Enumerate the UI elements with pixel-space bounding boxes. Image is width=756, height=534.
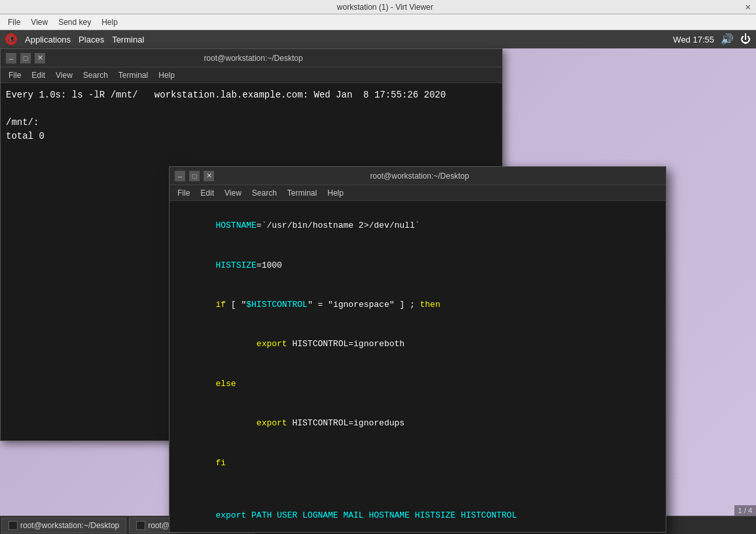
term2-if-hist: if [ "$HISTCONTROL" = "ignorespace" ] ; … <box>175 285 660 325</box>
terminal-window-2: – □ ✕ root@workstation:~/Desktop File Ed… <box>169 166 666 533</box>
term1-view[interactable]: View <box>50 69 78 81</box>
term1-menu-bar: File Edit View Search Terminal Help <box>1 67 502 83</box>
term2-else1: else <box>175 365 660 404</box>
term2-export-hist2: export HISTCONTROL=ignoredups <box>175 404 660 443</box>
menu-view[interactable]: View <box>26 16 53 28</box>
taskbar-label-1: root@workstation:~/Desktop <box>20 521 119 530</box>
menu-send-key[interactable]: Send key <box>53 16 96 28</box>
power-icon[interactable]: ⏻ <box>740 33 751 46</box>
term2-title-bar: – □ ✕ root@workstation:~/Desktop <box>170 167 666 185</box>
terminal-icon-1 <box>9 521 18 530</box>
term2-maximize[interactable]: □ <box>189 171 200 181</box>
term1-line1: Every 1.0s: ls -lR /mnt/ workstation.lab… <box>6 88 497 102</box>
term2-export-hist1: export HISTCONTROL=ignoreboth <box>175 325 660 364</box>
term1-line2: /mnt/: <box>6 116 497 130</box>
term2-search[interactable]: Search <box>247 187 282 199</box>
term1-maximize[interactable]: □ <box>20 53 31 63</box>
term1-line3: total 0 <box>6 130 497 143</box>
close-button[interactable]: ✕ <box>746 1 751 12</box>
term1-edit[interactable]: Edit <box>26 69 50 81</box>
term1-title-bar: – □ ✕ root@workstation:~/Desktop <box>1 49 502 67</box>
term2-minimize[interactable]: – <box>175 171 185 181</box>
term2-edit[interactable]: Edit <box>195 187 219 199</box>
term2-help[interactable]: Help <box>322 187 349 199</box>
taskbar-item-1[interactable]: root@workstation:~/Desktop <box>1 518 126 533</box>
term2-file[interactable]: File <box>172 187 195 199</box>
term1-file[interactable]: File <box>3 69 26 81</box>
term1-minimize[interactable]: – <box>6 53 16 63</box>
page-number: 1 / 4 <box>734 505 756 516</box>
terminal-icon-2 <box>136 521 145 530</box>
menu-file[interactable]: File <box>3 16 26 28</box>
term2-view[interactable]: View <box>219 187 247 199</box>
system-bar: 🎩 Applications Places Terminal Wed 17:55… <box>0 30 756 48</box>
term2-hostname: HOSTNAME=`/usr/bin/hostname 2>/dev/null` <box>175 206 660 245</box>
term1-blank <box>6 102 497 116</box>
term1-terminal[interactable]: Terminal <box>113 69 153 81</box>
term2-menu-bar: File Edit View Search Terminal Help <box>170 185 666 201</box>
virt-viewer-title-bar: workstation (1) - Virt Viewer ✕ <box>0 0 756 14</box>
desktop: – □ ✕ root@workstation:~/Desktop File Ed… <box>0 48 756 534</box>
term2-histsize: HISTSIZE=1000 <box>175 245 660 285</box>
menu-help[interactable]: Help <box>96 16 123 28</box>
redhat-logo: 🎩 <box>5 33 17 45</box>
places-menu[interactable]: Places <box>79 35 104 44</box>
term1-search[interactable]: Search <box>78 69 113 81</box>
virt-viewer-menu-bar: File View Send key Help <box>0 14 756 30</box>
term2-close[interactable]: ✕ <box>204 171 214 181</box>
system-time: Wed 17:55 <box>673 35 714 44</box>
term2-terminal[interactable]: Terminal <box>282 187 322 199</box>
term1-title: root@workstation:~/Desktop <box>45 54 461 63</box>
term1-help[interactable]: Help <box>153 69 180 81</box>
term1-close[interactable]: ✕ <box>35 53 45 63</box>
terminal-menu[interactable]: Terminal <box>112 35 144 44</box>
term2-export-path: export PATH USER LOGNAME MAIL HOSTNAME H… <box>175 496 660 532</box>
title-bar-text: workstation (1) - Virt Viewer <box>25 3 746 12</box>
term2-fi1: fi <box>175 444 660 483</box>
term2-title: root@workstation:~/Desktop <box>214 171 625 181</box>
term2-blank1 <box>175 483 660 496</box>
applications-menu[interactable]: Applications <box>25 35 71 44</box>
volume-icon[interactable]: 🔊 <box>721 33 734 46</box>
term2-content[interactable]: HOSTNAME=`/usr/bin/hostname 2>/dev/null`… <box>170 201 666 532</box>
